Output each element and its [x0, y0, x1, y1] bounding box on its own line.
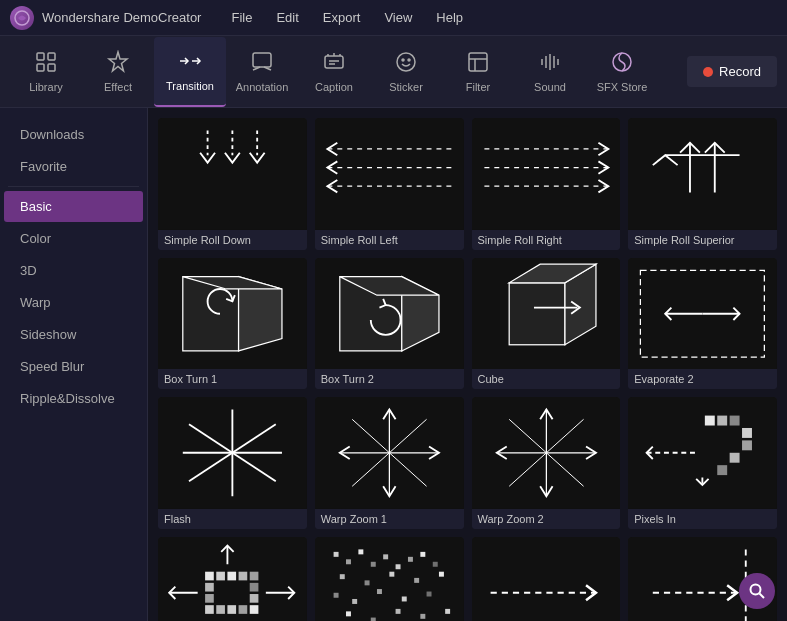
svg-rect-129: [364, 580, 369, 585]
svg-rect-137: [426, 591, 431, 596]
svg-point-212: [751, 585, 761, 595]
transition-card-evaporate-2[interactable]: Evaporate 2: [628, 258, 777, 390]
record-dot: [703, 67, 713, 77]
svg-rect-133: [333, 592, 338, 597]
transition-card-simple-roll-down[interactable]: Simple Roll Down: [158, 118, 307, 250]
sidebar: Downloads Favorite Basic Color 3D Warp S…: [0, 108, 148, 621]
transition-thumb-flash: [158, 397, 307, 509]
transition-card-simple-roll-left[interactable]: Simple Roll Left: [315, 118, 464, 250]
toolbar-item-transition[interactable]: Transition: [154, 37, 226, 107]
sidebar-item-speedblur[interactable]: Speed Blur: [4, 351, 143, 382]
transition-label: Transition: [166, 80, 214, 92]
svg-rect-125: [408, 557, 413, 562]
sidebar-item-color[interactable]: Color: [4, 223, 143, 254]
svg-rect-122: [371, 561, 376, 566]
transition-thumb-dissolve: [315, 537, 464, 621]
transition-card-box-turn-2[interactable]: Box Turn 2: [315, 258, 464, 390]
menu-item-export[interactable]: Export: [313, 6, 371, 29]
menu-item-help[interactable]: Help: [426, 6, 473, 29]
transition-card-erase-slide[interactable]: Erase Slide: [472, 537, 621, 621]
transition-card-cube[interactable]: Cube: [472, 258, 621, 390]
toolbar-right: Record: [687, 56, 777, 87]
sidebar-item-ripple[interactable]: Ripple&Dissolve: [4, 383, 143, 414]
svg-rect-8: [253, 53, 271, 67]
toolbar-item-annotation[interactable]: Annotation: [226, 37, 298, 107]
svg-rect-92: [730, 416, 740, 426]
svg-rect-108: [250, 594, 259, 603]
svg-rect-107: [205, 594, 214, 603]
annotation-icon: [250, 50, 274, 77]
svg-rect-103: [239, 571, 248, 580]
svg-rect-106: [250, 583, 259, 592]
svg-rect-3: [37, 64, 44, 71]
svg-rect-127: [433, 561, 438, 566]
svg-rect-4: [48, 64, 55, 71]
svg-line-213: [760, 594, 765, 599]
sidebar-item-basic[interactable]: Basic: [4, 191, 143, 222]
sidebar-item-downloads[interactable]: Downloads: [4, 119, 143, 150]
transition-name-simple-roll-right: Simple Roll Right: [472, 230, 621, 250]
svg-rect-143: [472, 537, 621, 621]
menu-bar: FileEditExportViewHelp: [221, 6, 473, 29]
record-button[interactable]: Record: [687, 56, 777, 87]
svg-rect-94: [742, 441, 752, 451]
transition-card-flash[interactable]: Flash: [158, 397, 307, 529]
svg-rect-104: [250, 571, 259, 580]
app-logo: [10, 6, 34, 30]
record-label: Record: [719, 64, 761, 79]
transition-name-box-turn-1: Box Turn 1: [158, 369, 307, 389]
filter-label: Filter: [466, 81, 490, 93]
transition-card-pixels-out[interactable]: Pixels Out: [158, 537, 307, 621]
transition-name-cube: Cube: [472, 369, 621, 389]
title-bar: Wondershare DemoCreator FileEditExportVi…: [0, 0, 787, 36]
toolbar-item-effect[interactable]: Effect: [82, 37, 154, 107]
transition-card-warp-zoom-2[interactable]: Warp Zoom 2: [472, 397, 621, 529]
menu-item-view[interactable]: View: [374, 6, 422, 29]
transition-card-box-turn-1[interactable]: Box Turn 1: [158, 258, 307, 390]
sidebar-item-warp[interactable]: Warp: [4, 287, 143, 318]
effect-label: Effect: [104, 81, 132, 93]
toolbar: Library Effect Transition: [0, 36, 787, 108]
transition-name-pixels-in: Pixels In: [628, 509, 777, 529]
toolbar-item-sfxstore[interactable]: SFX Store: [586, 37, 658, 107]
filter-icon: [466, 50, 490, 77]
svg-rect-41: [628, 118, 777, 230]
main-area: Downloads Favorite Basic Color 3D Warp S…: [0, 108, 787, 621]
toolbar-item-caption[interactable]: Caption: [298, 37, 370, 107]
transition-thumb-simple-roll-superior: [628, 118, 777, 230]
toolbar-item-library[interactable]: Library: [10, 37, 82, 107]
transition-card-pixels-in[interactable]: Pixels In: [628, 397, 777, 529]
transition-card-simple-roll-superior[interactable]: Simple Roll Superior: [628, 118, 777, 250]
svg-rect-128: [340, 574, 345, 579]
transition-thumb-evaporate-2: [628, 258, 777, 370]
sound-icon: [538, 50, 562, 77]
transition-card-dissolve[interactable]: Dissolve: [315, 537, 464, 621]
transition-name-simple-roll-superior: Simple Roll Superior: [628, 230, 777, 250]
svg-rect-2: [48, 53, 55, 60]
svg-rect-138: [346, 611, 351, 616]
transition-thumb-pixels-in: [628, 397, 777, 509]
app-name: Wondershare DemoCreator: [42, 10, 201, 25]
toolbar-item-filter[interactable]: Filter: [442, 37, 514, 107]
transition-card-warp-zoom-1[interactable]: Warp Zoom 1: [315, 397, 464, 529]
transition-name-warp-zoom-2: Warp Zoom 2: [472, 509, 621, 529]
svg-rect-123: [383, 554, 388, 559]
sidebar-item-favorite[interactable]: Favorite: [4, 151, 143, 182]
library-label: Library: [29, 81, 63, 93]
svg-rect-136: [402, 596, 407, 601]
sound-label: Sound: [534, 81, 566, 93]
toolbar-item-sound[interactable]: Sound: [514, 37, 586, 107]
transition-card-simple-roll-right[interactable]: Simple Roll Right: [472, 118, 621, 250]
sidebar-item-sideshow[interactable]: Sideshow: [4, 319, 143, 350]
svg-rect-20: [469, 53, 487, 71]
svg-rect-118: [315, 537, 464, 621]
search-fab-button[interactable]: [739, 573, 775, 609]
svg-rect-126: [420, 552, 425, 557]
svg-rect-109: [205, 605, 214, 614]
menu-item-edit[interactable]: Edit: [266, 6, 308, 29]
menu-item-file[interactable]: File: [221, 6, 262, 29]
sidebar-item-3d[interactable]: 3D: [4, 255, 143, 286]
toolbar-item-sticker[interactable]: Sticker: [370, 37, 442, 107]
svg-rect-91: [718, 416, 728, 426]
svg-marker-5: [109, 52, 127, 71]
